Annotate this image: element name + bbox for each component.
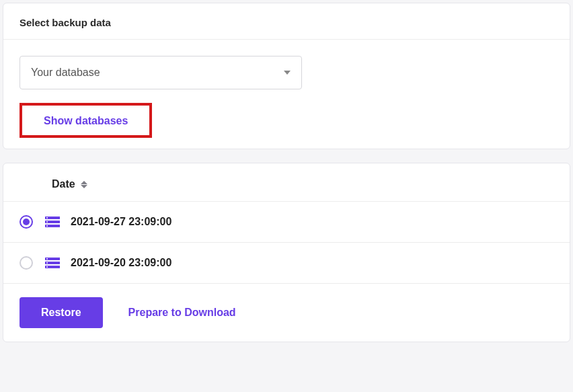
select-backup-card: Select backup data Your database Show da… — [3, 3, 570, 149]
card-body: Your database Show databases — [3, 40, 570, 149]
caret-down-icon — [284, 71, 291, 75]
radio-selected[interactable] — [20, 215, 33, 229]
database-select[interactable]: Your database — [20, 56, 302, 89]
table-header[interactable]: Date — [3, 163, 570, 201]
backup-timestamp: 2021-09-27 23:09:00 — [71, 216, 171, 228]
prepare-download-button[interactable]: Prepare to Download — [128, 307, 236, 319]
restore-button[interactable]: Restore — [20, 297, 103, 328]
radio-unselected[interactable] — [20, 256, 33, 270]
table-row[interactable]: 2021-09-27 23:09:00 — [3, 201, 570, 242]
sort-icon — [81, 181, 87, 188]
show-databases-button[interactable]: Show databases — [44, 115, 128, 127]
database-icon — [45, 258, 60, 268]
highlight-box: Show databases — [20, 103, 152, 138]
backup-list-card: Date 2021-09-27 23:09:00 2021-09-20 23:0… — [3, 163, 570, 342]
backup-timestamp: 2021-09-20 23:09:00 — [71, 257, 171, 269]
database-icon — [45, 217, 60, 227]
card-title: Select backup data — [3, 3, 570, 40]
card-footer: Restore Prepare to Download — [3, 283, 570, 342]
database-select-label: Your database — [31, 67, 100, 79]
date-column-header: Date — [52, 178, 75, 190]
table-row[interactable]: 2021-09-20 23:09:00 — [3, 242, 570, 283]
